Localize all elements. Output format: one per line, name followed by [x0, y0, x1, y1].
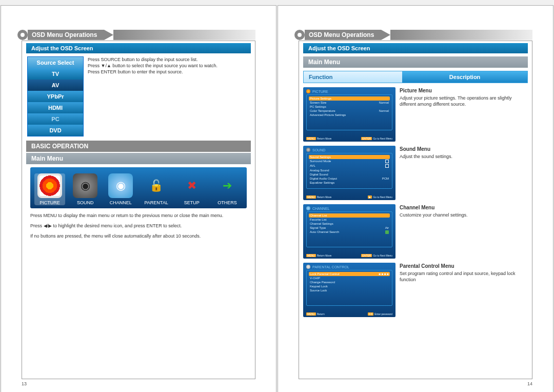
arrow-leftright-icon	[44, 223, 52, 228]
th-lbl: Signal Type	[310, 226, 326, 229]
th-lbl: Favorite List	[310, 218, 327, 221]
th-lbl: Source Lock	[310, 289, 327, 292]
tab-circle-icon	[17, 30, 28, 40]
th-row: PC Settings	[309, 105, 390, 109]
thumb-channel-title: CHANNEL	[306, 206, 392, 210]
mainmenu-strip: PICTURE ◉SOUND ◉CHANNEL 🔓PARENTAL ✖SETUP…	[30, 167, 247, 208]
sound-thumb-icon	[306, 148, 310, 152]
th-row: Signal TypeAir	[309, 226, 390, 230]
tab-circle-icon-r	[294, 30, 305, 40]
th-row: Picture Settings	[309, 96, 390, 101]
thumb-sound-title: SOUND	[306, 148, 392, 152]
th-lbl: AVL	[310, 164, 315, 168]
para-menu1: Press MENU to display the main menu or r…	[30, 212, 247, 219]
source-item-pc: PC	[28, 113, 83, 125]
th-row: Change Password	[309, 280, 390, 284]
speaker-icon: ◉	[73, 173, 97, 198]
th-val: ■ ■ ■ ■	[379, 272, 389, 276]
mainmenu-heading-r: Main Menu	[303, 56, 528, 68]
th-val: Normal	[379, 109, 389, 112]
menu-label-others: OTHERS	[212, 200, 243, 205]
th-row: Source Lock	[309, 288, 390, 292]
thumb-foot: MENUReturn MoveENTERGo to Next Menu	[306, 137, 392, 140]
th-lbl: Lock Parental Control	[310, 272, 340, 276]
section-tab: OSD Menu Operations	[22, 29, 255, 41]
desc-b: Set program rating control and input sou…	[400, 271, 528, 283]
th-lbl: Picture Settings	[310, 97, 331, 100]
th-lbl: Channel Settings	[310, 222, 333, 225]
sub-heading-r: Adjust the OSD Screen	[303, 43, 528, 53]
source-select-row: Source Select TV AV YPbPr HDMI PC DVD Pr…	[22, 56, 255, 136]
tab-fade-r	[390, 30, 532, 40]
th-row: Digital Sound	[309, 172, 390, 177]
fd-row-parental: PARENTAL CONTROL Lock Parental Control■ …	[303, 263, 528, 317]
page-number-left: 13	[22, 381, 27, 386]
foot-next: Go to Next Menu	[373, 137, 392, 140]
menu-channel: ◉CHANNEL	[105, 173, 136, 205]
picture-icon	[37, 173, 62, 198]
btn-enter-icon: ▶	[368, 195, 372, 199]
th-lbl: Color Temperature	[310, 109, 335, 112]
menu-label-sound: SOUND	[70, 200, 101, 205]
source-item-ypbpr: YPbPr	[28, 91, 83, 102]
green-button-icon	[385, 230, 389, 234]
parental-thumb-icon	[306, 265, 310, 269]
source-item-hdmi: HDMI	[28, 102, 83, 113]
desc-t: Picture Menu	[400, 87, 528, 94]
thumb-parental: PARENTAL CONTROL Lock Parental Control■ …	[303, 263, 395, 317]
foot-next: Go to Next Menu	[373, 195, 392, 199]
instr-line1: Press SOURCE button to display the input…	[88, 57, 198, 62]
para-menu2: Press to highlight the desired menu icon…	[30, 223, 247, 229]
thumb-channel-list: Channel List Favorite List Channel Setti…	[306, 211, 392, 247]
foot-move: Move	[325, 137, 331, 140]
btn-enter-icon: ENTER	[361, 254, 372, 257]
desc-parental: Parental Control Menu Set program rating…	[400, 263, 528, 317]
checkbox-icon	[385, 160, 389, 163]
th-lbl: Sound Settings	[310, 155, 331, 159]
function-description-header: Function Description	[303, 71, 528, 83]
channel-thumb-icon	[306, 206, 310, 210]
th-lbl: PC Settings	[310, 105, 326, 108]
para2b: to highlight the desired menu icon, and …	[52, 223, 182, 228]
menu-label-channel: CHANNEL	[105, 200, 136, 205]
th-row: Digital Audio OutputPCM	[309, 177, 390, 181]
checkbox-icon	[385, 164, 389, 168]
picture-thumb-icon	[306, 89, 310, 93]
th-lbl: Surround Mode	[310, 160, 331, 163]
foot-enterpass: Enter password	[374, 312, 392, 316]
menu-others: ➔OTHERS	[212, 173, 243, 205]
th-lbl: Digital Sound	[310, 173, 328, 176]
thumb-sound-list: Sound Settings Surround Mode AVL Analog …	[306, 153, 392, 189]
th-row: Equalizer Settings	[309, 181, 390, 185]
desc-b: Customize your channel settings.	[400, 212, 528, 219]
th-val: Normal	[379, 101, 389, 104]
th-val: Air	[385, 226, 389, 229]
th-row: Favorite List	[309, 218, 390, 222]
desc-sound: Sound Menu Adjust the sound settings.	[400, 146, 528, 200]
tab-fade	[113, 30, 255, 40]
instr-line2a: Press	[88, 63, 101, 68]
flower-icon	[39, 175, 60, 196]
fd-row-sound: SOUND Sound Settings Surround Mode AVL A…	[303, 146, 528, 200]
menu-picture: PICTURE	[34, 173, 65, 205]
description-col-head: Description	[402, 71, 527, 83]
thumb-foot: MENUReturn MoveENTERGo to Next Menu	[306, 254, 392, 257]
thumb-parental-list: Lock Parental Control■ ■ ■ ■ V-CHIP Chan…	[306, 270, 392, 306]
th-lbl: Digital Audio Output	[310, 177, 337, 180]
th-row: AVL	[309, 164, 390, 168]
th-lbl: Auto Channel Search	[310, 230, 339, 234]
menu-label-setup: SETUP	[176, 200, 207, 205]
th-row: Channel Settings	[309, 222, 390, 226]
thumb-picture-title-text: PICTURE	[312, 90, 328, 93]
tab-tail-icon-r	[381, 30, 390, 40]
desc-t: Parental Control Menu	[400, 263, 528, 269]
function-col-head: Function	[304, 71, 402, 83]
th-row: Analog Sound	[309, 168, 390, 172]
desc-b: Adjust your picture settings. The operat…	[400, 95, 528, 107]
instr-line3: Press ENTER button to enter the input so…	[88, 69, 183, 74]
btn-menu-icon: MENU	[306, 195, 316, 199]
menu-sound: ◉SOUND	[70, 173, 101, 205]
arrow-updown-icon	[101, 63, 111, 68]
menu-parental: 🔓PARENTAL	[141, 173, 172, 205]
th-val: PCM	[382, 177, 389, 180]
